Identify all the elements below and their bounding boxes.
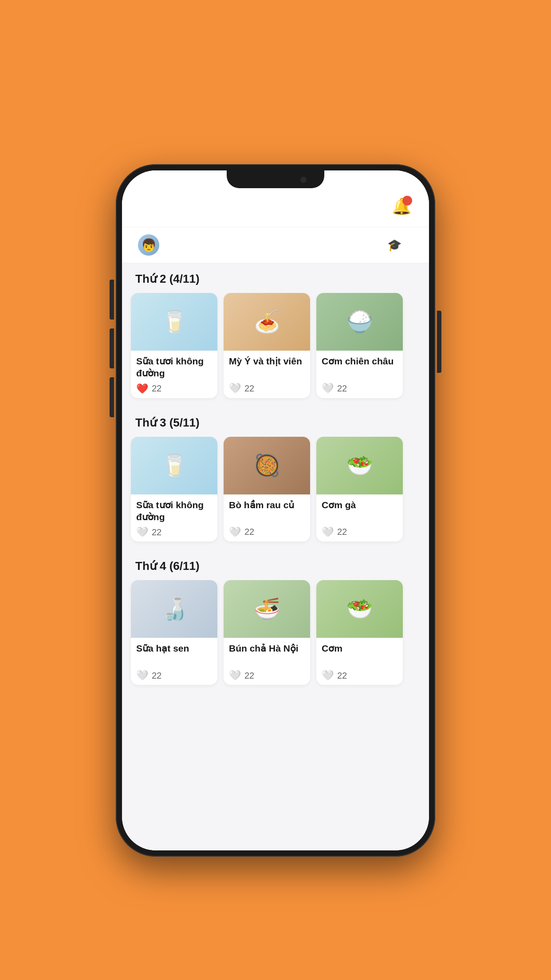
phone-mockup: 🔔 👦 🎓	[116, 164, 435, 857]
food-image-0-1: 🍝	[224, 293, 310, 351]
food-name-0-2: Cơm chiên châu	[322, 355, 398, 379]
food-image-2-2: 🥗	[316, 580, 403, 638]
like-count-2-1: 22	[244, 671, 254, 681]
food-image-0-2: 🍚	[316, 293, 403, 351]
user-bar: 👦 🎓	[122, 227, 429, 263]
food-card-1-1[interactable]: 🥘Bò hầm rau củ🤍22	[224, 437, 310, 542]
heart-icon-2-1[interactable]: 🤍	[229, 670, 241, 681]
food-name-1-2: Cơm gà	[322, 499, 398, 523]
food-row-1: 🥛Sữa tươi không đường🤍22🥘Bò hầm rau củ🤍2…	[122, 437, 429, 551]
food-image-1-1: 🥘	[224, 437, 310, 494]
food-image-1-0: 🥛	[131, 437, 217, 494]
day-header-0: Thứ 2 (4/11)	[122, 263, 429, 293]
like-count-1-2: 22	[337, 527, 347, 537]
notification-badge	[402, 196, 412, 205]
food-card-1-2[interactable]: 🥗Cơm gà🤍22	[316, 437, 403, 542]
heart-icon-1-2[interactable]: 🤍	[322, 526, 334, 538]
food-name-2-0: Sữa hạt sen	[136, 642, 212, 666]
food-row-0: 🥛Sữa tươi không đường❤️22🍝Mỳ Ý và thịt v…	[122, 293, 429, 407]
food-card-1-0[interactable]: 🥛Sữa tươi không đường🤍22	[131, 437, 217, 542]
food-card-0-1[interactable]: 🍝Mỳ Ý và thịt viên🤍22	[224, 293, 310, 398]
like-count-2-0: 22	[152, 671, 161, 681]
like-count-2-2: 22	[337, 671, 347, 681]
heart-icon-0-0[interactable]: ❤️	[136, 383, 148, 395]
like-count-1-0: 22	[152, 527, 161, 537]
food-card-2-2[interactable]: 🥗Cơm🤍22	[316, 580, 403, 685]
menu-scroll-area[interactable]: Thứ 2 (4/11)🥛Sữa tươi không đường❤️22🍝Mỳ…	[122, 263, 429, 850]
graduation-cap-icon: 🎓	[387, 238, 401, 252]
food-image-2-0: 🍶	[131, 580, 217, 638]
food-image-0-0: 🥛	[131, 293, 217, 351]
like-count-0-2: 22	[337, 383, 347, 394]
phone-frame: 🔔 👦 🎓	[116, 164, 435, 857]
heart-icon-2-2[interactable]: 🤍	[322, 670, 334, 681]
heart-icon-1-0[interactable]: 🤍	[136, 526, 148, 538]
heart-icon-0-2[interactable]: 🤍	[322, 383, 334, 394]
food-name-1-0: Sữa tươi không đường	[136, 499, 212, 523]
phone-screen: 🔔 👦 🎓	[122, 170, 429, 850]
day-section-0: Thứ 2 (4/11)🥛Sữa tươi không đường❤️22🍝Mỳ…	[122, 263, 429, 407]
food-name-2-1: Bún chả Hà Nội	[229, 642, 305, 666]
like-count-0-0: 22	[152, 383, 161, 394]
food-name-0-1: Mỳ Ý và thịt viên	[229, 355, 305, 379]
food-row-2: 🍶Sữa hạt sen🤍22🍜Bún chả Hà Nội🤍22🥗Cơm🤍22	[122, 580, 429, 694]
day-section-1: Thứ 3 (5/11)🥛Sữa tươi không đường🤍22🥘Bò …	[122, 407, 429, 551]
heart-icon-0-1[interactable]: 🤍	[229, 383, 241, 394]
food-name-2-2: Cơm	[322, 642, 398, 666]
day-section-2: Thứ 4 (6/11)🍶Sữa hạt sen🤍22🍜Bún chả Hà N…	[122, 550, 429, 694]
heart-icon-2-0[interactable]: 🤍	[136, 670, 148, 681]
like-count-0-1: 22	[244, 383, 254, 394]
user-avatar: 👦	[138, 234, 159, 256]
food-image-1-2: 🥗	[316, 437, 403, 494]
notification-bell-button[interactable]: 🔔	[390, 195, 413, 218]
food-card-0-0[interactable]: 🥛Sữa tươi không đường❤️22	[131, 293, 217, 398]
food-name-0-0: Sữa tươi không đường	[136, 355, 212, 379]
food-name-1-1: Bò hầm rau củ	[229, 499, 305, 523]
day-header-2: Thứ 4 (6/11)	[122, 550, 429, 580]
avatar-face-icon: 👦	[141, 238, 157, 253]
heart-icon-1-1[interactable]: 🤍	[229, 526, 241, 538]
food-image-2-1: 🍜	[224, 580, 310, 638]
food-card-2-1[interactable]: 🍜Bún chả Hà Nội🤍22	[224, 580, 310, 685]
app-content: 🔔 👦 🎓	[122, 170, 429, 850]
day-header-1: Thứ 3 (5/11)	[122, 407, 429, 437]
food-card-0-2[interactable]: 🍚Cơm chiên châu🤍22	[316, 293, 403, 398]
food-card-2-0[interactable]: 🍶Sữa hạt sen🤍22	[131, 580, 217, 685]
like-count-1-1: 22	[244, 527, 254, 537]
class-selector[interactable]: 🎓	[387, 238, 413, 252]
phone-notch	[227, 170, 324, 188]
user-selector[interactable]: 👦	[138, 234, 173, 256]
